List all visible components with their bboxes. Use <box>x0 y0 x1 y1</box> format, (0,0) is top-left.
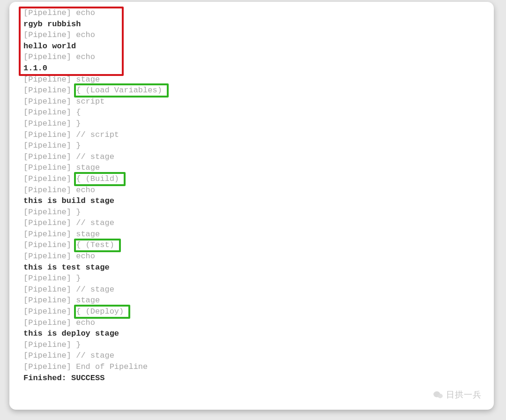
console-line: [Pipeline] echo <box>23 185 480 196</box>
console-line: [Pipeline] script <box>23 96 480 107</box>
svg-point-1 <box>438 394 443 398</box>
watermark: 日拱一兵 <box>433 389 482 400</box>
console-line: [Pipeline] stage <box>23 295 480 306</box>
console-line: [Pipeline] echo <box>23 52 480 63</box>
console-line: [Pipeline] stage <box>23 74 480 85</box>
console-line: [Pipeline] echo <box>23 251 480 262</box>
console-line: [Pipeline] { (Load Variables) <box>23 85 480 96</box>
console-line: rgyb rubbish <box>23 19 480 30</box>
console-line: [Pipeline] } <box>23 273 480 284</box>
console-line: this is deploy stage <box>23 328 480 339</box>
console-line: this is build stage <box>23 195 480 207</box>
console-line: hello world <box>23 41 480 52</box>
console-line: [Pipeline] echo <box>23 30 480 41</box>
console-line: [Pipeline] { (Build) <box>23 173 480 185</box>
console-line: [Pipeline] { (Test) <box>23 240 480 251</box>
pipeline-console-output: [Pipeline] echorgyb rubbish[Pipeline] ec… <box>23 8 480 383</box>
console-line: [Pipeline] } <box>23 207 480 218</box>
console-line: [Pipeline] } <box>23 339 480 351</box>
console-line: [Pipeline] { (Deploy) <box>23 306 480 317</box>
console-line: [Pipeline] echo <box>23 8 480 19</box>
console-line: [Pipeline] // stage <box>23 151 480 163</box>
console-line: [Pipeline] } <box>23 118 480 129</box>
console-line: [Pipeline] { <box>23 107 480 118</box>
console-line: Finished: SUCCESS <box>23 373 480 384</box>
console-line: [Pipeline] } <box>23 140 480 151</box>
console-line: this is test stage <box>23 262 480 273</box>
wechat-icon <box>433 390 443 399</box>
console-line: [Pipeline] End of Pipeline <box>23 361 480 373</box>
console-line: [Pipeline] stage <box>23 162 480 173</box>
watermark-text: 日拱一兵 <box>446 389 482 400</box>
console-line: 1.1.0 <box>23 63 480 74</box>
console-line: [Pipeline] // stage <box>23 218 480 229</box>
console-card: [Pipeline] echorgyb rubbish[Pipeline] ec… <box>9 2 494 410</box>
console-line: [Pipeline] stage <box>23 229 480 240</box>
console-line: [Pipeline] // script <box>23 129 480 141</box>
console-line: [Pipeline] echo <box>23 317 480 329</box>
console-line: [Pipeline] // stage <box>23 284 480 295</box>
console-line: [Pipeline] // stage <box>23 350 480 361</box>
